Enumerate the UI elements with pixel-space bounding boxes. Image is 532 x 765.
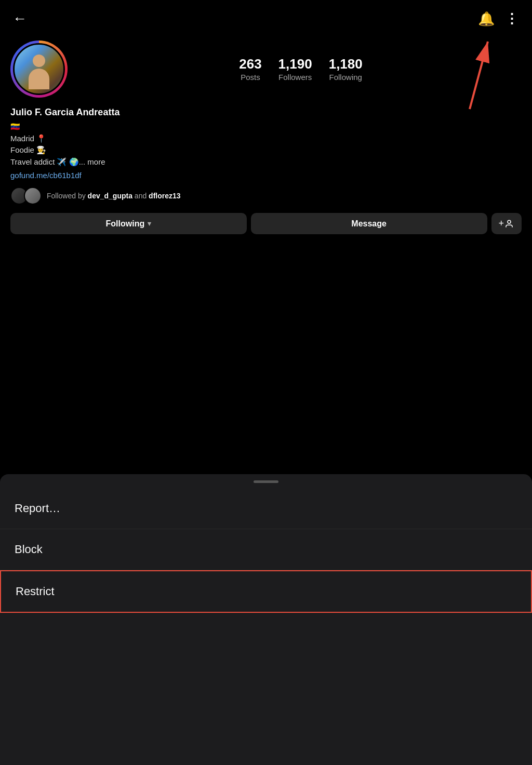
person-head: [33, 55, 45, 67]
profile-bio: 🇻🇪 Madrid 📍 Foodie 👨‍🍳 Travel addict ✈️ …: [10, 121, 522, 168]
add-friend-button[interactable]: +: [491, 213, 522, 234]
add-friend-icon: +: [499, 218, 504, 229]
person-body: [29, 69, 49, 89]
report-item[interactable]: Report…: [0, 488, 532, 529]
followers-text: Followed by dev_d_gupta and dflorez13: [47, 192, 181, 200]
sheet-handle: [254, 480, 278, 483]
restrict-item[interactable]: Restrict: [0, 570, 532, 613]
more-options-icon[interactable]: ⋮: [505, 11, 520, 27]
action-buttons: Following ▾ Message +: [10, 213, 522, 234]
bottom-sheet: Report… Block Restrict: [0, 474, 532, 765]
following-button[interactable]: Following ▾: [10, 213, 247, 234]
follower-avatars: [10, 187, 42, 205]
followers-label: Followers: [278, 73, 312, 82]
followers-count: 1,190: [278, 57, 312, 72]
posts-count: 263: [239, 57, 261, 72]
bio-location: Madrid 📍: [10, 133, 522, 145]
bio-foodie: Foodie 👨‍🍳: [10, 144, 522, 156]
notification-icon[interactable]: 🔔: [478, 11, 495, 27]
followers-preview: Followed by dev_d_gupta and dflorez13: [10, 187, 522, 205]
header: ← 🔔 ⋮: [0, 0, 532, 35]
profile-link[interactable]: gofund.me/cb61b1df: [10, 171, 522, 180]
follower-user2[interactable]: dflorez13: [149, 192, 180, 200]
follower-user1[interactable]: dev_d_gupta: [88, 192, 132, 200]
following-label: Following: [329, 73, 363, 82]
svg-point-2: [508, 220, 511, 223]
avatar-ring: [10, 41, 68, 98]
back-button[interactable]: ←: [12, 10, 27, 27]
stat-posts[interactable]: 263 Posts: [239, 57, 261, 82]
message-button[interactable]: Message: [251, 213, 487, 234]
block-item[interactable]: Block: [0, 529, 532, 570]
stat-followers[interactable]: 1,190 Followers: [278, 57, 312, 82]
avatar-wrapper: [10, 41, 68, 98]
profile-name: Julio F. Garcia Andreatta: [10, 107, 522, 118]
profile-top-row: 263 Posts 1,190 Followers 1,180 Followin…: [10, 41, 522, 98]
follower-avatar-2: [24, 187, 42, 205]
profile-section: 263 Posts 1,190 Followers 1,180 Followin…: [0, 35, 532, 245]
stat-following[interactable]: 1,180 Following: [329, 57, 363, 82]
header-actions: 🔔 ⋮: [478, 11, 520, 27]
stats-row: 263 Posts 1,190 Followers 1,180 Followin…: [80, 57, 522, 82]
bio-flag: 🇻🇪: [10, 121, 522, 133]
following-count: 1,180: [329, 57, 363, 72]
bio-travel[interactable]: Travel addict ✈️ 🌍... more: [10, 156, 522, 168]
avatar: [13, 43, 65, 95]
posts-label: Posts: [239, 73, 261, 82]
avatar-person: [23, 55, 55, 91]
chevron-down-icon: ▾: [148, 220, 151, 227]
person-icon: [504, 219, 514, 229]
